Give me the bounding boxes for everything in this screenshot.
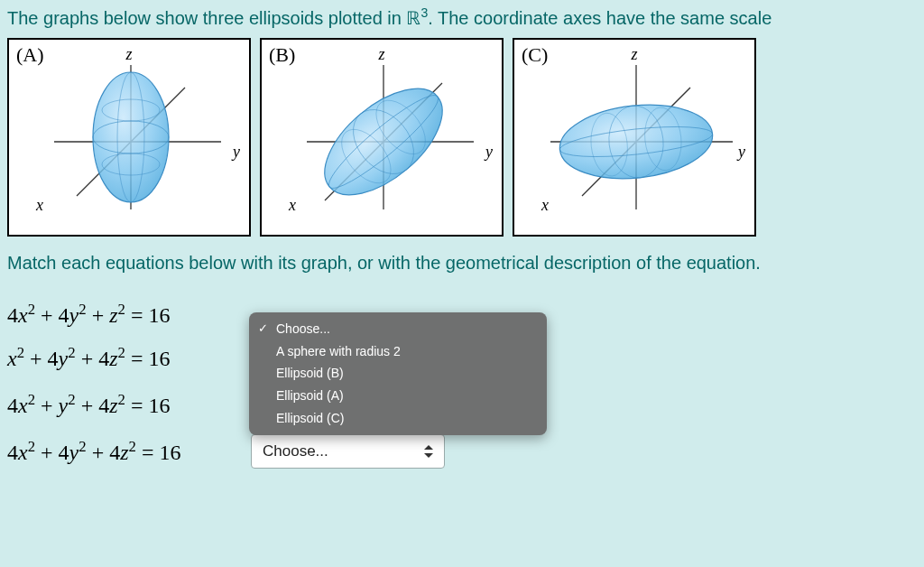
svg-point-3 <box>93 72 169 202</box>
updown-icon <box>424 445 433 458</box>
figure-panels: (A) z y x (B) z y x <box>7 38 917 237</box>
ellipsoid-b-plot <box>280 56 487 228</box>
select-4-wrap: Choose... <box>251 434 445 469</box>
select-1-option-3[interactable]: Ellipsoid (A) <box>249 385 547 407</box>
select-4-value: Choose... <box>263 442 328 460</box>
select-1-option-4[interactable]: Ellipsoid (C) <box>249 407 547 430</box>
select-1-option-2[interactable]: Ellipsoid (B) <box>249 362 547 385</box>
svg-point-19 <box>556 98 716 185</box>
equation-2: x2 + 4y2 + 4z2 = 16 <box>7 344 233 371</box>
prompt-suffix: . The coordinate axes have the same scal… <box>428 8 772 28</box>
equation-1: 4x2 + 4y2 + z2 = 16 <box>7 301 233 328</box>
panel-a: (A) z y x <box>7 38 251 237</box>
ellipsoid-c-plot <box>532 56 740 228</box>
prompt-prefix: The graphs below show three ellipsoids p… <box>7 8 406 28</box>
select-1-dropdown[interactable]: Choose... A sphere with radius 2 Ellipso… <box>249 312 547 435</box>
equation-rows: 4x2 + 4y2 + z2 = 16 Choose... A sphere w… <box>7 301 917 469</box>
panel-c: (C) z y x <box>513 38 756 237</box>
equation-4: 4x2 + 4y2 + 4z2 = 16 <box>7 438 233 465</box>
ellipsoid-a-plot <box>27 56 235 228</box>
equation-3: 4x2 + y2 + 4z2 = 16 <box>7 391 233 418</box>
match-instruction: Match each equations below with its grap… <box>7 253 917 274</box>
equation-row-4: 4x2 + 4y2 + 4z2 = 16 Choose... <box>7 434 917 469</box>
prompt-space: ℝ <box>406 8 420 28</box>
select-1-option-0[interactable]: Choose... <box>249 318 547 340</box>
select-1-option-1[interactable]: A sphere with radius 2 <box>249 340 547 363</box>
problem-prompt: The graphs below show three ellipsoids p… <box>7 5 917 29</box>
select-4[interactable]: Choose... <box>251 434 445 469</box>
equation-row-1: 4x2 + 4y2 + z2 = 16 Choose... A sphere w… <box>7 301 917 328</box>
panel-b: (B) z y x <box>260 38 504 237</box>
